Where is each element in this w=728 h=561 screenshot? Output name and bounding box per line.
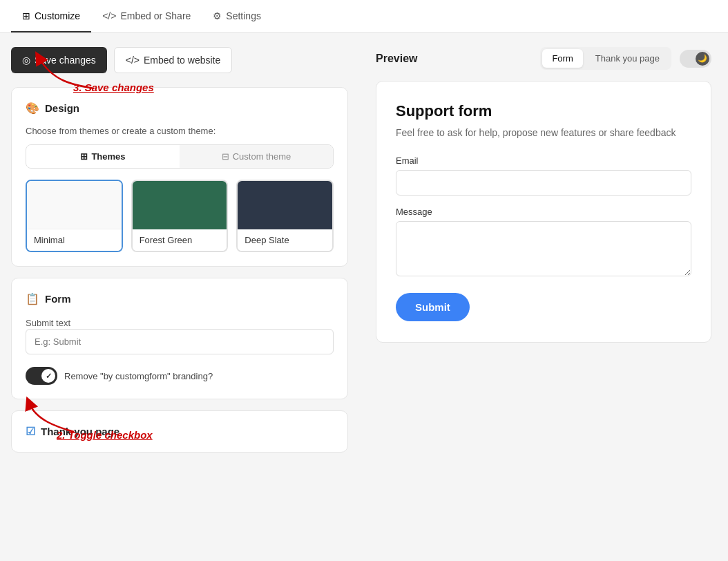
preview-tab-form[interactable]: Form (542, 49, 582, 68)
settings-icon: ⚙ (213, 10, 222, 21)
themes-btn-label: Themes (91, 151, 125, 162)
form-title: Form (45, 293, 71, 305)
thankyou-title: Thank you page (41, 426, 119, 437)
grid-icon: ⊞ (80, 151, 88, 162)
preview-tabs: Form Thank you page (540, 47, 671, 70)
deep-slate-label: Deep Slate (238, 229, 332, 251)
check-icon: ✓ (46, 372, 52, 381)
top-nav: ⊞ Customize </> Embed or Share ⚙ Setting… (0, 0, 728, 33)
custom-theme-button[interactable]: ⊟ Custom theme (180, 145, 333, 168)
themes-tab-button[interactable]: ⊞ Themes (26, 145, 180, 168)
embed-button[interactable]: </> Embed to website (114, 47, 233, 73)
themes-toggle: ⊞ Themes ⊟ Custom theme (26, 144, 334, 169)
form-preview-card: Support form Feel free to ask for help, … (376, 81, 711, 343)
custom-theme-label: Custom theme (233, 151, 291, 162)
left-panel: ◎ Save changes </> Embed to website (0, 33, 359, 561)
dark-mode-toggle[interactable]: 🌙 (680, 50, 711, 68)
tab-embed[interactable]: </> Embed or Share (91, 0, 202, 32)
design-icon: 🎨 (26, 102, 39, 115)
message-label: Message (396, 207, 691, 217)
customize-icon: ⊞ (22, 10, 30, 21)
thankyou-tab-label: Thank you page (595, 53, 660, 64)
forest-green-label: Forest Green (133, 229, 227, 251)
themes-prompt: Choose from themes or create a custom th… (26, 126, 334, 136)
thankyou-icon: ☑ (26, 425, 35, 438)
embed-code-icon: </> (126, 55, 140, 66)
main-layout: ◎ Save changes </> Embed to website (0, 33, 728, 561)
deep-slate-swatch (238, 181, 332, 229)
branding-label: Remove "by customgform" branding? (64, 371, 213, 381)
design-card: 🎨 Design Choose from themes or create a … (11, 87, 348, 267)
preview-header: Preview Form Thank you page 🌙 (376, 47, 711, 70)
design-card-header: 🎨 Design (26, 102, 334, 115)
email-input-preview[interactable] (396, 170, 691, 196)
submit-label: Submit (415, 301, 450, 313)
message-textarea-preview[interactable] (396, 221, 691, 276)
minimal-swatch (27, 181, 122, 229)
theme-deep-slate[interactable]: Deep Slate (236, 180, 334, 252)
tab-embed-label: Embed or Share (120, 10, 191, 21)
submit-button-preview[interactable]: Submit (396, 293, 470, 321)
forest-green-swatch (133, 181, 227, 229)
form-tab-label: Form (552, 53, 573, 64)
custom-theme-icon: ⊟ (222, 151, 229, 162)
branding-toggle-row: ✓ Remove "by customgform" branding? (26, 367, 334, 385)
branding-toggle[interactable]: ✓ (26, 367, 57, 385)
form-icon: 📋 (26, 292, 39, 305)
form-card-header: 📋 Form (26, 292, 334, 305)
email-label: Email (396, 155, 691, 166)
tab-customize-label: Customize (35, 10, 80, 21)
tab-customize[interactable]: ⊞ Customize (11, 0, 91, 32)
save-label: Save changes (35, 55, 96, 66)
embed-icon: </> (102, 10, 116, 21)
preview-tab-thankyou[interactable]: Thank you page (586, 49, 669, 68)
tab-settings[interactable]: ⚙ Settings (202, 0, 272, 32)
form-card: 📋 Form Submit text ✓ Remove "by customgf… (11, 278, 348, 399)
thankyou-card: ☑ Thank you page (11, 410, 348, 453)
design-title: Design (45, 102, 79, 114)
toolbar: ◎ Save changes </> Embed to website (11, 47, 348, 73)
form-preview-desc: Feel free to ask for help, propose new f… (396, 126, 691, 140)
theme-minimal[interactable]: Minimal (26, 180, 123, 252)
dark-mode-knob: 🌙 (696, 52, 709, 66)
save-button[interactable]: ◎ Save changes (11, 47, 107, 73)
toggle-knob: ✓ (41, 369, 55, 383)
right-panel: Preview Form Thank you page 🌙 (359, 33, 728, 561)
preview-title: Preview (376, 53, 417, 65)
form-preview-title: Support form (396, 102, 691, 120)
theme-forest-green[interactable]: Forest Green (131, 180, 229, 252)
thankyou-header: ☑ Thank you page (26, 425, 334, 438)
submit-text-input[interactable] (26, 329, 334, 354)
embed-label: Embed to website (144, 55, 220, 66)
submit-text-label: Submit text (26, 318, 70, 328)
save-icon: ◎ (22, 55, 30, 66)
tab-settings-label: Settings (226, 10, 261, 21)
theme-cards: Minimal Forest Green Deep Slate (26, 180, 334, 252)
minimal-label: Minimal (27, 229, 122, 251)
moon-icon: 🌙 (698, 54, 707, 63)
